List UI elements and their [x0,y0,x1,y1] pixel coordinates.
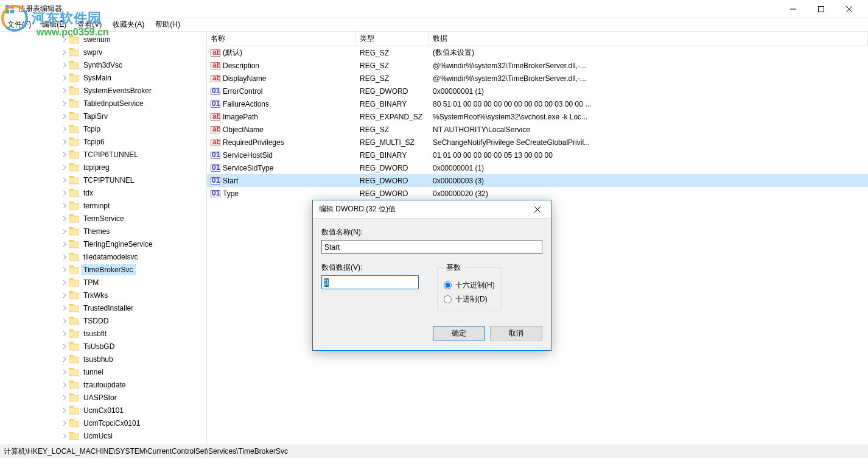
chevron-right-icon[interactable] [61,100,68,107]
tree-item[interactable]: SysMain [0,71,206,84]
menu-edit[interactable]: 编辑(E) [37,18,71,31]
chevron-right-icon[interactable] [61,113,68,120]
list-row[interactable]: RequiredPrivileges REG_MULTI_SZ SeChange… [207,136,868,149]
list-row[interactable]: ObjectName REG_SZ NT AUTHORITY\LocalServ… [207,123,868,136]
list-row[interactable]: ErrorControl REG_DWORD 0x00000001 (1) [207,85,868,97]
tree-item[interactable]: swprv [0,46,206,58]
list-row[interactable]: Type REG_DWORD 0x00000020 (32) [207,187,868,200]
tree-item-label: Tcpip6 [82,137,107,147]
tree-item[interactable]: tdx [0,186,206,199]
chevron-right-icon[interactable] [61,394,68,401]
chevron-right-icon[interactable] [61,279,68,286]
tree-item[interactable]: tsusbflt [0,327,206,340]
tree-item[interactable]: Synth3dVsc [0,58,206,71]
menu-view[interactable]: 查看(V) [72,18,107,31]
list-row[interactable]: FailureActions REG_BINARY 80 51 01 00 00… [207,97,868,110]
chevron-right-icon[interactable] [61,241,68,248]
tree-item[interactable]: UcmUcsi [0,429,206,442]
close-button[interactable] [835,0,863,18]
chevron-right-icon[interactable] [61,228,68,235]
menu-favorites[interactable]: 收藏夹(A) [108,18,149,31]
value-name-input[interactable] [321,240,542,254]
tree-item[interactable]: TCPIPTUNNEL [0,174,206,186]
column-data[interactable]: 数据 [429,32,868,46]
menu-file[interactable]: 文件(F) [2,18,36,31]
chevron-right-icon[interactable] [61,138,68,146]
chevron-right-icon[interactable] [61,266,68,273]
radix-hex-radio[interactable] [444,281,452,289]
chevron-right-icon[interactable] [61,305,68,312]
chevron-right-icon[interactable] [61,292,68,299]
menu-help[interactable]: 帮助(H) [150,18,185,31]
column-type[interactable]: 类型 [356,32,429,46]
list-row[interactable]: ServiceSidType REG_DWORD 0x00000001 (1) [207,161,868,174]
chevron-right-icon[interactable] [61,368,68,376]
tree-item[interactable]: TieringEngineService [0,238,206,250]
chevron-right-icon[interactable] [61,125,68,133]
tree-item[interactable]: Ucx01000 [0,442,206,445]
tree-item[interactable]: UcmCx0101 [0,404,206,417]
value-data-input[interactable] [321,275,419,289]
tree-item[interactable]: TabletInputService [0,97,206,110]
tree-item[interactable]: tzautoupdate [0,378,206,391]
tree-item[interactable]: swenum [0,33,206,46]
chevron-right-icon[interactable] [61,330,68,337]
tree-item[interactable]: TPM [0,276,206,289]
tree-item[interactable]: Tcpip [0,122,206,135]
tree-item[interactable]: SystemEventsBroker [0,84,206,97]
list-row[interactable]: Description REG_SZ @%windir%\system32\Ti… [207,59,868,72]
chevron-right-icon[interactable] [61,62,68,69]
list-row[interactable]: (默认) REG_SZ (数值未设置) [207,46,868,59]
chevron-right-icon[interactable] [61,381,68,389]
chevron-right-icon[interactable] [61,432,68,440]
chevron-right-icon[interactable] [61,151,68,158]
chevron-right-icon[interactable] [61,164,68,171]
chevron-right-icon[interactable] [61,36,68,43]
tree-item[interactable]: TCPIP6TUNNEL [0,148,206,161]
chevron-right-icon[interactable] [61,49,68,56]
chevron-right-icon[interactable] [61,356,68,363]
chevron-right-icon[interactable] [61,215,68,222]
chevron-right-icon[interactable] [61,189,68,197]
chevron-right-icon[interactable] [61,253,68,261]
tree-item[interactable]: terminpt [0,199,206,212]
cancel-button[interactable]: 取消 [490,326,542,340]
ok-button[interactable]: 确定 [433,326,485,340]
tree-item[interactable]: tunnel [0,365,206,378]
radix-dec-radio[interactable] [444,295,452,303]
tree-item[interactable]: TSDDD [0,314,206,327]
maximize-button[interactable] [807,0,835,18]
chevron-right-icon[interactable] [61,420,68,427]
chevron-right-icon[interactable] [61,74,68,82]
tree-item[interactable]: tcpipreg [0,161,206,174]
tree-item[interactable]: tiledatamodelsvc [0,250,206,263]
radix-hex-row[interactable]: 十六进制(H) [444,280,495,291]
tree-item[interactable]: UASPStor [0,391,206,404]
tree-item[interactable]: TimeBrokerSvc [0,263,206,276]
chevron-right-icon[interactable] [61,317,68,325]
tree-item[interactable]: Tcpip6 [0,135,206,148]
tree-item[interactable]: Themes [0,225,206,238]
list-row[interactable]: ServiceHostSid REG_BINARY 01 01 00 00 00… [207,149,868,161]
column-name[interactable]: 名称 [207,32,356,46]
tree-item[interactable]: TermService [0,212,206,225]
tree-item[interactable]: TrustedInstaller [0,301,206,314]
dialog-close-button[interactable] [525,201,550,218]
tree-item[interactable]: TapiSrv [0,110,206,122]
minimize-button[interactable] [779,0,807,18]
chevron-right-icon[interactable] [61,407,68,414]
chevron-right-icon[interactable] [61,177,68,184]
chevron-right-icon[interactable] [61,202,68,210]
radix-dec-row[interactable]: 十进制(D) [444,294,495,305]
list-row[interactable]: Start REG_DWORD 0x00000003 (3) [207,174,868,187]
dialog-titlebar[interactable]: 编辑 DWORD (32 位)值 [313,200,551,219]
list-row[interactable]: DisplayName REG_SZ @%windir%\system32\Ti… [207,72,868,85]
list-row[interactable]: ImagePath REG_EXPAND_SZ %SystemRoot%\sys… [207,110,868,123]
tree-item[interactable]: UcmTcpciCx0101 [0,417,206,429]
tree-panel[interactable]: swenum swprv Synth3dVsc SysMain SystemEv… [0,32,207,445]
tree-item[interactable]: TsUsbGD [0,340,206,353]
tree-item[interactable]: TrkWks [0,289,206,301]
tree-item[interactable]: tsusbhub [0,353,206,365]
chevron-right-icon[interactable] [61,343,68,350]
chevron-right-icon[interactable] [61,87,68,94]
